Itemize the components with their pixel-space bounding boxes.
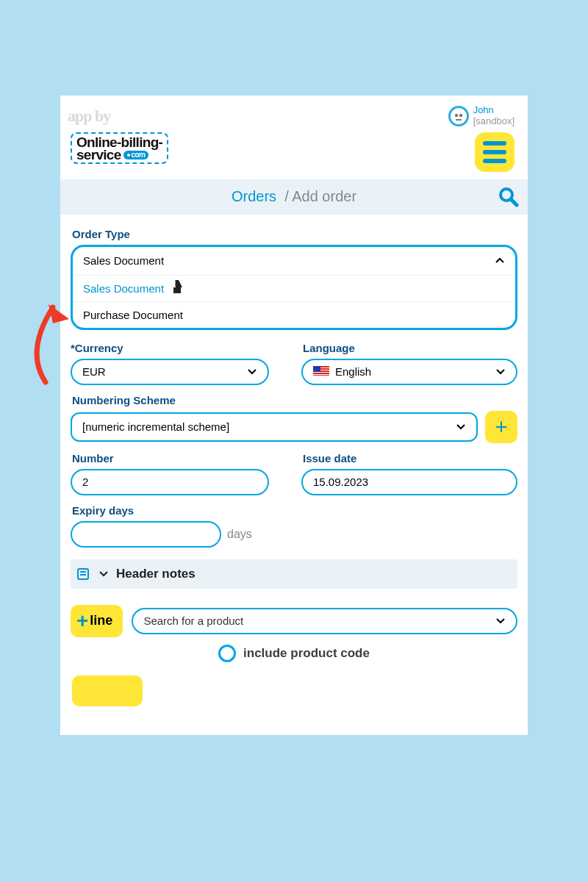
expiry-label: Expiry days (72, 504, 517, 517)
number-label: Number (72, 452, 287, 465)
app-window: app by John [sandbox] Online-billing- se… (60, 96, 528, 735)
order-type-option-sales[interactable]: Sales Document (73, 276, 515, 302)
hamburger-menu-button[interactable] (475, 132, 514, 172)
currency-label-text: Currency (75, 342, 123, 354)
order-type-options: Sales Document Purchase Document (73, 275, 515, 328)
chevron-down-icon (456, 422, 466, 432)
include-product-code-label: include product code (243, 646, 370, 661)
logo-line2-text: service (76, 148, 121, 161)
language-label: Language (303, 342, 517, 354)
svg-rect-2 (456, 119, 462, 121)
user-block[interactable]: John [sandbox] (448, 105, 514, 127)
user-name: John (473, 105, 514, 116)
header-notes-toggle[interactable]: Header notes (71, 559, 517, 589)
breadcrumb: Orders / Add order (232, 188, 356, 205)
order-type-dropdown[interactable]: Sales Document Sales Document Purchase D… (71, 245, 517, 330)
header-top: app by John [sandbox] (60, 96, 528, 131)
expiry-suffix: days (227, 528, 252, 541)
notes-icon (76, 567, 91, 581)
chevron-up-icon (495, 256, 505, 266)
order-type-dropdown-wrap: Sales Document Sales Document Purchase D… (71, 245, 517, 330)
logo-line2: service com (76, 148, 162, 161)
include-product-code-row: include product code (71, 645, 517, 662)
svg-line-4 (511, 199, 517, 205)
search-icon[interactable] (497, 185, 519, 207)
breadcrumb-current: Add order (292, 188, 356, 204)
scheme-select[interactable]: [numeric incremental scheme] (71, 412, 478, 442)
flag-us-icon (313, 366, 329, 377)
number-input[interactable]: 2 (71, 469, 269, 495)
cutoff-button[interactable] (72, 675, 143, 706)
currency-value: EUR (82, 365, 106, 378)
issue-date-input[interactable]: 15.09.2023 (301, 469, 517, 495)
breadcrumb-orders-link[interactable]: Orders (232, 188, 276, 204)
avatar (448, 106, 469, 126)
language-select[interactable]: English (301, 359, 517, 385)
user-env: [sandbox] (473, 116, 514, 127)
scheme-value: [numeric incremental scheme] (82, 420, 229, 433)
product-search-select[interactable]: Search for a product (132, 608, 517, 634)
order-type-label: Order Type (72, 228, 517, 240)
issue-date-label: Issue date (303, 452, 517, 465)
logo-bar: Online-billing- service com (60, 131, 528, 178)
logo-tld-badge: com (123, 151, 148, 159)
chevron-down-icon (495, 616, 506, 626)
expiry-input[interactable] (71, 521, 221, 548)
currency-select[interactable]: EUR (71, 359, 269, 385)
order-type-selected-text: Sales Document (83, 254, 164, 267)
breadcrumb-bar: Orders / Add order (60, 179, 528, 215)
logo[interactable]: Online-billing- service com (71, 132, 168, 164)
currency-label: *Currency (72, 342, 287, 354)
user-text: John [sandbox] (473, 105, 514, 127)
language-value: English (335, 365, 371, 378)
include-product-code-toggle[interactable] (218, 645, 236, 662)
svg-point-0 (454, 114, 457, 117)
breadcrumb-sep-char: / (284, 188, 289, 204)
header-notes-label: Header notes (116, 567, 196, 581)
add-line-label: line (90, 613, 112, 628)
order-type-selected[interactable]: Sales Document (73, 247, 515, 275)
add-scheme-button[interactable]: + (485, 411, 517, 443)
add-line-button[interactable]: + line (71, 605, 123, 637)
order-type-option-purchase[interactable]: Purchase Document (73, 302, 515, 328)
chevron-down-icon (495, 367, 506, 377)
chevron-down-icon (98, 569, 109, 579)
svg-point-1 (459, 114, 462, 117)
app-by-label: app by (68, 107, 110, 126)
chevron-down-icon (247, 367, 257, 377)
order-form: Order Type Sales Document Sales Document… (60, 215, 528, 706)
avatar-face-icon (451, 108, 467, 124)
product-search-placeholder: Search for a product (143, 614, 243, 627)
scheme-label: Numbering Scheme (72, 394, 517, 406)
